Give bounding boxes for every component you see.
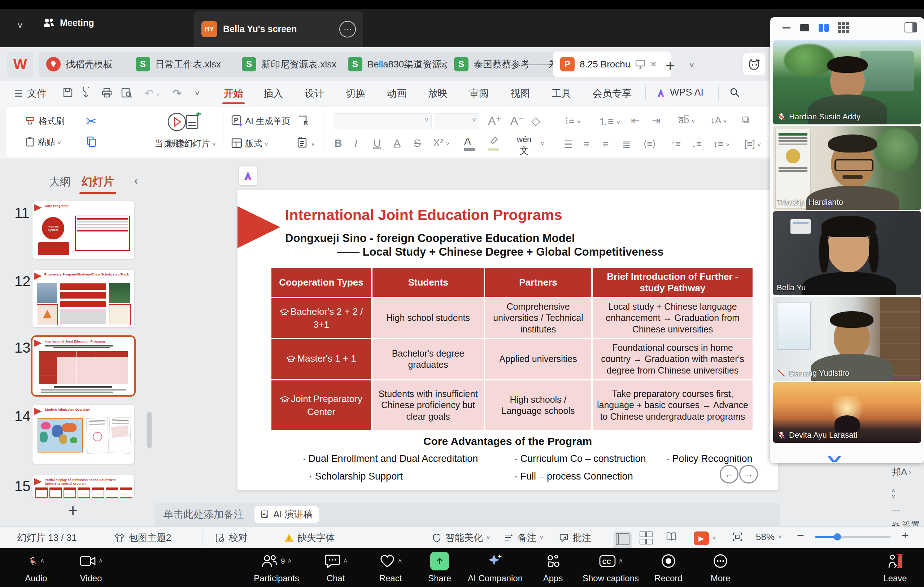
proofread-button[interactable]: 校对 (215, 531, 248, 544)
align-right-icon[interactable]: ≡ (603, 138, 609, 150)
pinyin-button[interactable]: wén文 (517, 135, 531, 157)
menu-tab-animation[interactable]: 动画 (387, 87, 406, 100)
wps-ai-button[interactable]: WPS AI (655, 87, 703, 98)
tab-outline[interactable]: 大纲 (49, 174, 71, 189)
selection-pane-icon[interactable] (297, 114, 310, 128)
menu-tab-member[interactable]: 会员专享 (593, 87, 632, 100)
more-button[interactable]: More (684, 552, 757, 584)
distribute-icon[interactable]: ⟨≡⟩ (643, 138, 656, 150)
collapse-videos-chevron-icon[interactable]: ˅ (827, 452, 842, 466)
next-slide-arrow-icon[interactable]: → (739, 465, 758, 483)
gallery-view-icon[interactable] (818, 24, 829, 32)
line-spacing-button[interactable]: ↕≡ ˅ (713, 138, 729, 150)
bullet-list-button[interactable]: ⁝≡ ˅ (565, 115, 581, 127)
tab-bella-yu-screen[interactable]: BY Bella Yu's screen ⋯ (194, 11, 363, 47)
zoom-in-button[interactable]: + (902, 528, 909, 542)
char-border-button[interactable]: A̲ (393, 137, 401, 149)
zoom-level-value[interactable]: 58%˅ (756, 531, 781, 543)
new-slide-icon[interactable] (183, 112, 201, 133)
text-tools-button[interactable]: a̅b̅ ˅ (678, 115, 695, 126)
menu-tab-review[interactable]: 审阅 (469, 87, 489, 100)
underline-button[interactable]: U (373, 137, 381, 149)
italic-button[interactable]: I (355, 137, 357, 149)
increase-indent-icon[interactable]: ⇥ (652, 115, 660, 127)
convert-smartart-icon[interactable]: ⧉ (742, 114, 749, 126)
video-tile-bella-active-speaker[interactable]: Bella Yu (773, 211, 921, 295)
notes-placeholder[interactable]: 单击此处添加备注 (163, 508, 244, 521)
menu-tab-slideshow[interactable]: 放映 (428, 87, 447, 100)
menu-tab-view[interactable]: 视图 (510, 87, 530, 100)
wps-ai-assistant-icon[interactable] (743, 53, 765, 76)
video-tile-triwahju[interactable]: Triwahju Hardianto (773, 126, 921, 210)
text-direction-button[interactable]: ↓A ˅ (710, 115, 726, 126)
menu-tab-insert[interactable]: 插入 (264, 87, 283, 100)
align-center-icon[interactable]: ≡ (583, 138, 589, 150)
menu-tab-transition[interactable]: 切换 (346, 87, 365, 100)
pinyin-chevron-icon[interactable]: ˅ (541, 141, 544, 147)
tab-options-icon[interactable]: ⋯ (339, 21, 356, 38)
panel-scrollbar[interactable] (147, 412, 152, 449)
slide-thumbnail-13-selected[interactable]: International Joint Education Programs (33, 337, 134, 395)
video-tile-devita[interactable]: Devita Ayu Larasati (773, 382, 921, 443)
slideshow-play-button[interactable]: ▶˅ (694, 531, 716, 545)
video-tile-hardian[interactable]: Hardian Susilo Addy (773, 40, 921, 124)
panel-layout-icon[interactable] (904, 22, 917, 33)
collapse-meeting-chevron-icon[interactable]: ˅ (17, 20, 23, 31)
collapse-panel-icon[interactable]: ‹ (134, 174, 138, 187)
clear-format-icon[interactable]: ◇ (531, 114, 540, 128)
zoom-out-button[interactable]: − (797, 528, 804, 542)
decrease-font-icon[interactable]: A⁻ (510, 114, 524, 128)
audio-options-chevron-icon[interactable]: ˄ (40, 557, 45, 565)
scroll-up-down-icons[interactable]: ˄˅ (891, 488, 920, 499)
close-tab-icon[interactable]: × (650, 58, 656, 70)
side-assistant-button[interactable]: 邦A › (891, 466, 920, 478)
numbered-list-button[interactable]: ⒈≡ ˅ (598, 115, 620, 128)
doc-tab-4[interactable]: S 泰国蔡蔡参考——差 (447, 51, 562, 77)
add-slide-button[interactable]: + (68, 500, 78, 520)
copy-button[interactable] (86, 136, 97, 149)
notes-button[interactable]: 备注˅ (504, 531, 543, 544)
tab-list-chevron-icon[interactable]: ˅ (690, 61, 694, 70)
zoom-slider[interactable] (815, 536, 891, 538)
increase-line-spacing-icon[interactable]: ↑≡ (671, 138, 681, 150)
section-list-icon[interactable]: ˅ (297, 137, 315, 148)
paragraph-layout-button[interactable]: [≡] ˅ (744, 138, 761, 150)
format-painter-button[interactable]: 格式刷 (25, 115, 64, 127)
paste-button[interactable]: 粘贴 ˅ (25, 136, 61, 148)
bold-button[interactable]: B (334, 137, 342, 149)
chat-chevron-icon[interactable]: ˄ (343, 557, 348, 565)
more-options-icon[interactable]: ⋯ (891, 505, 920, 515)
doc-tab-docer[interactable]: 找稻壳模板 (39, 51, 139, 77)
grid-view-icon[interactable] (838, 22, 849, 33)
export-pdf-button[interactable] (82, 87, 93, 101)
decrease-line-spacing-icon[interactable]: ↓≡ (691, 138, 702, 150)
tab-meeting[interactable]: Meeting (43, 17, 94, 28)
slide-canvas[interactable]: International Joint Education Programs D… (238, 190, 778, 490)
ai-generate-page-button[interactable]: P AI 生成单页 (231, 115, 290, 127)
comments-button[interactable]: 批注 (559, 531, 591, 544)
increase-font-icon[interactable]: A⁺ (488, 114, 502, 128)
video-button[interactable]: ˄ Video (55, 552, 127, 584)
theme-button[interactable]: 包图主题2 (114, 531, 171, 544)
wps-ai-floating-button[interactable] (239, 166, 257, 185)
align-left-icon[interactable]: ☰ (564, 138, 573, 150)
doc-tab-3[interactable]: S Bella830渠道资源动 (341, 51, 456, 77)
doc-tab-1[interactable]: S 日常工作表.xlsx (129, 51, 244, 77)
tab-slides[interactable]: 幻灯片 (82, 174, 114, 189)
minimize-panel-icon[interactable] (782, 27, 790, 28)
previous-slide-arrow-icon[interactable]: ← (720, 465, 739, 483)
print-button[interactable] (101, 87, 112, 101)
decrease-indent-icon[interactable]: ⇤ (631, 115, 639, 127)
font-name-select[interactable] (333, 113, 432, 129)
superscript-button[interactable]: X² ˅ (433, 137, 449, 148)
zoom-slider-track[interactable] (815, 536, 891, 538)
font-size-select[interactable] (434, 113, 479, 129)
normal-view-button[interactable] (614, 531, 632, 549)
leave-button[interactable]: Leave (859, 552, 924, 584)
fit-slide-button[interactable] (732, 531, 743, 542)
new-document-tab-button[interactable]: + (666, 57, 675, 75)
print-preview-button[interactable] (120, 87, 133, 101)
cut-button[interactable]: ✂ (86, 114, 96, 128)
highlight-color-button[interactable] (488, 136, 499, 151)
file-menu[interactable]: ☰ 文件 (15, 87, 46, 100)
